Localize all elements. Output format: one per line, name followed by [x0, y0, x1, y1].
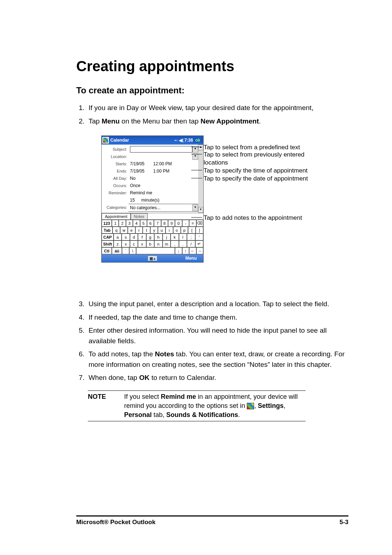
location-label: Location: — [102, 154, 128, 159]
key[interactable]: Ctl — [102, 247, 112, 254]
starts-time[interactable]: 12:00 PM — [152, 161, 172, 166]
key[interactable]: f — [138, 234, 146, 240]
key[interactable]: 3 — [126, 220, 133, 227]
key[interactable]: → — [196, 247, 203, 254]
scroll-up[interactable]: ▲ — [198, 145, 203, 150]
key[interactable]: u — [158, 227, 166, 234]
key[interactable]: g — [146, 234, 154, 240]
soft-keyboard[interactable]: 1231234567890-=⌫ Tabqwertyuiop[] CAPasdf… — [102, 220, 203, 254]
key[interactable]: / — [187, 240, 195, 247]
subject-input[interactable] — [130, 146, 192, 153]
callout-notes: Tap to add notes to the appointment — [204, 214, 302, 222]
key[interactable]: [ — [188, 227, 196, 234]
ok-button[interactable]: ok — [193, 138, 203, 143]
key[interactable]: s — [122, 234, 130, 240]
scroll-down[interactable]: ▼ — [198, 207, 203, 213]
key[interactable]: - — [182, 220, 189, 227]
signal-icon: ▪▫ — [175, 138, 177, 142]
key[interactable]: ↓ — [175, 247, 182, 254]
footer-left: Microsoft® Pocket Outlook — [76, 519, 155, 526]
key[interactable]: ↑ — [182, 247, 189, 254]
note-text: If you select Remind me in an appointmen… — [124, 392, 306, 420]
volume-icon: ◀ξ — [179, 138, 184, 143]
key[interactable]: p — [181, 227, 188, 234]
key[interactable]: z — [114, 240, 122, 247]
key[interactable]: CAP — [102, 234, 114, 240]
key[interactable]: ↵ — [195, 240, 203, 247]
key[interactable]: ' — [195, 234, 203, 240]
occurs-value[interactable]: Once — [128, 183, 140, 188]
key[interactable]: e — [128, 227, 135, 234]
key[interactable]: y — [150, 227, 158, 234]
key[interactable]: b — [146, 240, 154, 247]
titlebar: Calendar ▪▫ ◀ξ 7:36 ok — [102, 136, 203, 145]
key[interactable]: Tab — [102, 227, 113, 234]
step-4: If needed, tap the date and time to chan… — [86, 312, 348, 323]
allday-label: All Day: — [102, 176, 128, 181]
subject-label: Subject: — [102, 147, 128, 151]
key[interactable]: 4 — [133, 220, 140, 227]
key[interactable]: . — [179, 240, 187, 247]
starts-label: Starts: — [102, 162, 128, 166]
key[interactable]: 8 — [161, 220, 168, 227]
key[interactable]: a — [114, 234, 122, 240]
sip-icon[interactable]: ▦ ▴ — [148, 255, 158, 261]
categories-value[interactable]: No categories... — [128, 205, 160, 210]
key[interactable]: i — [166, 227, 173, 234]
note-box: NOTE If you select Remind me in an appoi… — [88, 390, 306, 422]
tab-notes[interactable]: Notes — [131, 213, 148, 219]
key[interactable]: ] — [196, 227, 203, 234]
location-input[interactable] — [130, 154, 192, 159]
key[interactable]: v — [138, 240, 146, 247]
key[interactable]: = — [189, 220, 196, 227]
key[interactable]: Shift — [102, 240, 114, 247]
key[interactable]: q — [113, 227, 120, 234]
key[interactable]: ; — [187, 234, 195, 240]
key[interactable]: 1 — [112, 220, 119, 227]
allday-value[interactable]: No — [128, 176, 135, 181]
key[interactable]: n — [154, 240, 162, 247]
key[interactable]: o — [173, 227, 181, 234]
key[interactable]: 6 — [147, 220, 154, 227]
callout-time: Tap to specify the time of appointment — [204, 167, 307, 175]
key[interactable]: 2 — [119, 220, 126, 227]
key[interactable]: m — [163, 240, 171, 247]
key[interactable] — [136, 247, 175, 254]
key[interactable]: 0 — [175, 220, 182, 227]
key[interactable]: ` — [122, 247, 129, 254]
key[interactable]: x — [122, 240, 130, 247]
ends-date[interactable]: 7/19/05 — [128, 169, 144, 174]
reminder-num[interactable]: 15 — [128, 198, 135, 203]
key[interactable]: w — [120, 227, 128, 234]
key[interactable]: h — [154, 234, 162, 240]
step-2: Tap Menu on the Menu bar then tap New Ap… — [86, 116, 348, 127]
key[interactable]: j — [163, 234, 171, 240]
key[interactable]: \ — [129, 247, 136, 254]
key[interactable]: l — [179, 234, 187, 240]
menu-button[interactable]: Menu — [185, 256, 197, 261]
reminder-unit[interactable]: minute(s) — [140, 198, 159, 203]
key[interactable]: 7 — [154, 220, 161, 227]
key[interactable]: áü — [112, 247, 122, 254]
key[interactable]: 123 — [102, 220, 112, 227]
key[interactable]: 5 — [140, 220, 147, 227]
tab-appointment[interactable]: Appointment — [102, 213, 131, 219]
key[interactable]: d — [130, 234, 138, 240]
key[interactable]: k — [171, 234, 179, 240]
starts-date[interactable]: 7/19/05 — [128, 161, 144, 166]
categories-dropdown[interactable]: ▼ — [192, 204, 198, 211]
ends-time[interactable]: 1:00 PM — [152, 169, 170, 174]
key[interactable]: ← — [189, 247, 196, 254]
start-icon[interactable] — [102, 137, 109, 143]
key[interactable]: ⌫ — [196, 220, 203, 227]
key[interactable]: , — [171, 240, 179, 247]
clock: 7:36 — [184, 138, 193, 143]
key[interactable]: 9 — [168, 220, 175, 227]
key[interactable]: t — [143, 227, 150, 234]
reminder-value[interactable]: Remind me — [128, 190, 152, 195]
step-6: To add notes, tap the Notes tab. You can… — [86, 349, 348, 370]
form-scrollbar[interactable]: ▲ ▼ — [198, 145, 203, 213]
key[interactable]: r — [135, 227, 143, 234]
key[interactable]: c — [130, 240, 138, 247]
ends-label: Ends: — [102, 169, 128, 173]
